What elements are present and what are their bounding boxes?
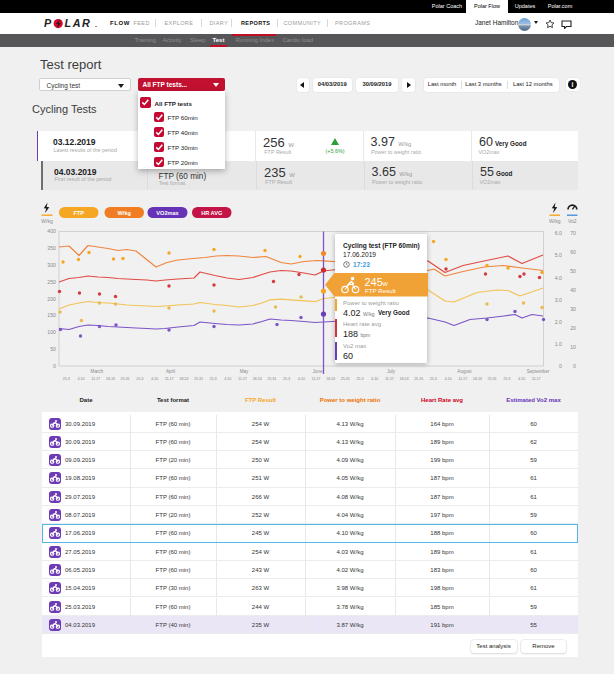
svg-text:245: 245 (365, 276, 383, 288)
svg-text:March: March (91, 369, 104, 374)
svg-text:0: 0 (559, 363, 562, 369)
svg-text:September: September (527, 369, 550, 374)
svg-text:June: June (313, 369, 323, 374)
svg-text:18-24: 18-24 (399, 376, 409, 381)
svg-text:18-24: 18-24 (106, 376, 116, 381)
svg-text:4-10: 4-10 (151, 376, 159, 381)
svg-text:30: 30 (570, 306, 576, 312)
svg-text:11-17: 11-17 (458, 376, 467, 381)
svg-text:May: May (240, 369, 249, 374)
svg-text:200: 200 (47, 296, 56, 302)
svg-text:10: 10 (570, 344, 576, 350)
svg-text:W/kg: W/kg (41, 218, 53, 224)
svg-text:350: 350 (47, 245, 56, 251)
svg-text:4.0: 4.0 (555, 275, 562, 281)
svg-text:60: 60 (570, 249, 576, 255)
svg-text:4-10: 4-10 (298, 376, 306, 381)
svg-text:100: 100 (47, 329, 56, 335)
svg-text:50: 50 (570, 268, 576, 274)
svg-text:25-31: 25-31 (488, 376, 497, 381)
svg-text:4-10: 4-10 (518, 376, 526, 381)
svg-text:FTP: FTP (73, 210, 84, 216)
svg-text:25-31: 25-31 (414, 376, 423, 381)
svg-text:150: 150 (47, 312, 56, 318)
svg-text:11-17: 11-17 (312, 376, 321, 381)
svg-text:18-24: 18-24 (253, 376, 263, 381)
svg-text:W: W (383, 281, 389, 287)
svg-text:18-24: 18-24 (473, 376, 483, 381)
svg-text:Vo2: Vo2 (568, 218, 577, 224)
svg-text:400: 400 (47, 228, 56, 234)
svg-text:3.0: 3.0 (555, 297, 562, 303)
svg-text:4-10: 4-10 (77, 376, 85, 381)
svg-text:25-3: 25-3 (210, 376, 217, 381)
svg-text:W/kg: W/kg (118, 210, 132, 216)
svg-text:1.0: 1.0 (555, 341, 562, 347)
svg-text:LAR: LAR (65, 17, 92, 29)
svg-text:25-3: 25-3 (63, 376, 70, 381)
svg-text:250: 250 (47, 279, 56, 285)
svg-text:HR AVG: HR AVG (201, 210, 222, 216)
svg-text:5.0: 5.0 (555, 252, 562, 258)
svg-text:300: 300 (47, 262, 56, 268)
svg-text:P: P (44, 17, 52, 29)
svg-text:25-3: 25-3 (283, 376, 290, 381)
svg-text:25-31: 25-31 (121, 376, 130, 381)
svg-text:FTP Result: FTP Result (365, 287, 396, 294)
svg-text:0: 0 (53, 363, 56, 369)
svg-text:April: April (166, 369, 175, 374)
svg-text:50: 50 (50, 346, 56, 352)
svg-text:25-3: 25-3 (430, 376, 437, 381)
svg-text:2.0: 2.0 (555, 319, 562, 325)
svg-text:25-31: 25-31 (194, 376, 203, 381)
svg-text:.: . (95, 21, 97, 28)
svg-text:11-17: 11-17 (165, 376, 174, 381)
svg-text:18-24: 18-24 (326, 376, 336, 381)
svg-text:0: 0 (573, 363, 576, 369)
svg-text:11-17: 11-17 (238, 376, 247, 381)
svg-text:25-3: 25-3 (356, 376, 363, 381)
svg-text:11-17: 11-17 (385, 376, 394, 381)
svg-text:70: 70 (570, 230, 576, 236)
svg-text:18-24: 18-24 (179, 376, 189, 381)
svg-text:25-3: 25-3 (503, 376, 510, 381)
svg-text:25-3: 25-3 (136, 376, 143, 381)
svg-text:20: 20 (570, 325, 576, 331)
svg-text:11-17: 11-17 (91, 376, 100, 381)
svg-text:July: July (387, 369, 396, 374)
svg-text:4-10: 4-10 (224, 376, 232, 381)
svg-text:11-17: 11-17 (532, 376, 541, 381)
svg-text:W/kg: W/kg (549, 218, 561, 224)
svg-text:6.0: 6.0 (555, 230, 562, 236)
svg-text:40: 40 (570, 287, 576, 293)
svg-text:4-10: 4-10 (444, 376, 452, 381)
svg-text:4-10: 4-10 (371, 376, 379, 381)
svg-text:25-31: 25-31 (341, 376, 350, 381)
svg-text:VO2max: VO2max (156, 210, 179, 216)
svg-text:August: August (457, 369, 472, 374)
svg-text:25-31: 25-31 (267, 376, 276, 381)
